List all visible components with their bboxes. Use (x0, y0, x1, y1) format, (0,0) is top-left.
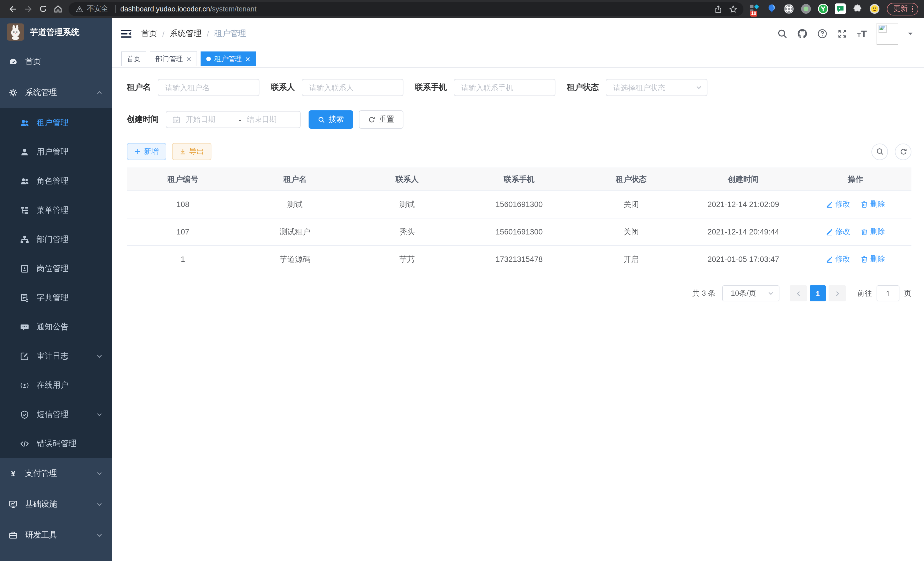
status-extension-icon[interactable] (800, 3, 811, 14)
search-button[interactable]: 搜索 (309, 110, 353, 129)
sidebar-item-dict[interactable]: 字典管理 (0, 283, 112, 312)
tab-dept[interactable]: 部门管理 (150, 51, 197, 66)
calendar-icon (172, 115, 181, 124)
column-header: 联系人 (351, 168, 463, 191)
delete-button[interactable]: 删除 (861, 254, 885, 265)
sidebar-item-role[interactable]: 角色管理 (0, 166, 112, 196)
sidebar-item-label: 字典管理 (37, 293, 69, 303)
sidebar-collapse-icon[interactable] (121, 28, 132, 39)
avatar-dropdown-icon[interactable] (908, 33, 913, 37)
cell-mobile: 15601691300 (463, 191, 575, 218)
sidebar-item-online-user[interactable]: 在线用户 (0, 371, 112, 400)
profile-avatar-icon[interactable] (869, 3, 880, 14)
balloon-extension-icon[interactable] (766, 3, 777, 14)
tab-label: 租户管理 (214, 54, 242, 64)
sidebar-item-tenant[interactable]: 租户管理 (0, 108, 112, 137)
refresh-button[interactable] (895, 143, 911, 160)
help-icon[interactable] (817, 29, 827, 39)
back-icon[interactable] (6, 2, 21, 16)
delete-button[interactable]: 删除 (861, 227, 885, 237)
command-extension-icon[interactable] (783, 3, 794, 14)
page-number-1[interactable]: 1 (810, 285, 826, 301)
contact-label: 联系人 (271, 82, 295, 93)
contact-input[interactable] (302, 79, 404, 96)
date-separator: - (233, 115, 247, 124)
goto-page-input[interactable] (877, 285, 899, 301)
cell-created: 2021-01-05 17:03:47 (687, 246, 799, 273)
share-icon[interactable] (713, 4, 723, 14)
update-button[interactable]: 更新 (886, 3, 918, 15)
cell-contact: 测试 (351, 191, 463, 218)
app-logo[interactable]: 芋道管理系统 (0, 18, 112, 46)
home-icon[interactable] (50, 2, 65, 16)
breadcrumb-item[interactable]: 系统管理 (170, 29, 202, 39)
sidebar-item-infra[interactable]: 基础设施 (0, 489, 112, 520)
error-code-icon (20, 439, 29, 448)
edit-button[interactable]: 修改 (826, 227, 850, 237)
reset-button[interactable]: 重置 (359, 110, 404, 129)
sidebar-item-label: 基础设施 (25, 499, 57, 510)
sidebar-item-notice[interactable]: 通知公告 (0, 312, 112, 341)
audit-log-icon (20, 351, 29, 361)
sidebar-item-sms[interactable]: 短信管理 (0, 400, 112, 429)
sidebar-item-menu[interactable]: 菜单管理 (0, 196, 112, 225)
github-icon[interactable] (797, 29, 807, 39)
delete-button[interactable]: 删除 (861, 199, 885, 210)
add-button[interactable]: 新增 (127, 143, 166, 160)
date-range-picker[interactable]: 开始日期 - 结束日期 (166, 111, 301, 128)
end-date-placeholder: 结束日期 (247, 114, 294, 125)
fullscreen-icon[interactable] (837, 29, 848, 39)
breadcrumb-item: 租户管理 (214, 29, 246, 39)
table-row: 108测试测试15601691300关闭2021-12-14 21:02:09修… (127, 191, 911, 218)
cell-name: 测试 (239, 191, 351, 218)
edit-button[interactable]: 修改 (826, 199, 850, 210)
status-select[interactable] (606, 79, 707, 96)
tab-tenant[interactable]: 租户管理 (201, 51, 256, 66)
page-size-select[interactable]: 10条/页 (722, 285, 779, 301)
header-search-icon[interactable] (777, 29, 788, 39)
menu-tree-icon (20, 206, 29, 215)
logo-image (7, 23, 24, 41)
address-bar[interactable]: 不安全 dashboard.yudao.iocoder.cn/system/te… (69, 2, 743, 16)
sidebar-item-post[interactable]: 岗位管理 (0, 254, 112, 283)
sidebar-item-error-code[interactable]: 错误码管理 (0, 429, 112, 458)
close-icon[interactable] (245, 56, 250, 62)
filter-row-1: 租户名 联系人 联系手机 租户状态 (127, 79, 911, 96)
extension-badge-icon[interactable]: 10 (749, 3, 760, 14)
roles-icon (20, 176, 29, 186)
user-icon (20, 147, 29, 156)
tenant-name-input[interactable] (158, 79, 260, 96)
online-user-icon (20, 381, 29, 390)
reload-icon[interactable] (35, 2, 50, 16)
chat-extension-icon[interactable] (835, 3, 845, 14)
tab-home[interactable]: 首页 (121, 51, 146, 66)
sidebar-item-system[interactable]: 系统管理 (0, 77, 112, 108)
sidebar-item-user[interactable]: 用户管理 (0, 137, 112, 166)
column-header: 创建时间 (687, 168, 799, 191)
y-extension-icon[interactable] (818, 3, 828, 14)
breadcrumb-item[interactable]: 首页 (141, 29, 157, 39)
forward-icon[interactable] (21, 2, 35, 16)
puzzle-icon[interactable] (852, 3, 862, 14)
user-avatar[interactable] (877, 23, 898, 45)
close-icon[interactable] (186, 56, 191, 62)
next-page-button[interactable] (829, 285, 846, 301)
column-header: 租户状态 (575, 168, 687, 191)
sidebar-item-audit-log[interactable]: 审计日志 (0, 341, 112, 371)
bookmark-star-icon[interactable] (728, 4, 737, 14)
browser-menu-icon[interactable] (912, 6, 913, 12)
tab-label: 首页 (127, 54, 141, 64)
font-size-icon[interactable]: TT (857, 29, 867, 39)
toggle-search-button[interactable] (872, 143, 888, 160)
prev-page-button[interactable] (790, 285, 807, 301)
sidebar-item-devtools[interactable]: 研发工具 (0, 520, 112, 551)
cell-contact: 芋艿 (351, 246, 463, 273)
edit-button[interactable]: 修改 (826, 254, 850, 265)
mobile-input[interactable] (454, 79, 555, 96)
sidebar-item-dept[interactable]: 部门管理 (0, 225, 112, 254)
sidebar-item-home[interactable]: 首页 (0, 46, 112, 77)
filter-row-2: 创建时间 开始日期 - 结束日期 搜索 (127, 110, 911, 129)
sidebar: 芋道管理系统 首页系统管理租户管理用户管理角色管理菜单管理部门管理岗位管理字典管… (0, 18, 112, 561)
export-button[interactable]: 导出 (172, 143, 212, 160)
sidebar-item-pay[interactable]: ¥支付管理 (0, 458, 112, 489)
